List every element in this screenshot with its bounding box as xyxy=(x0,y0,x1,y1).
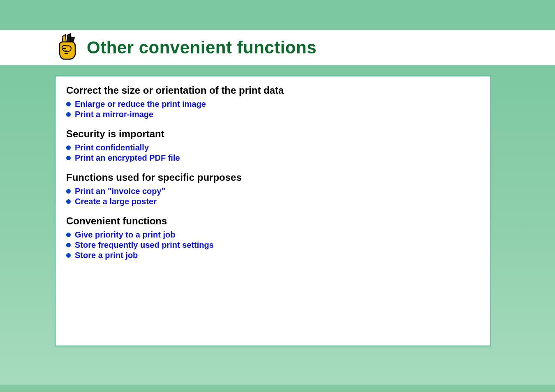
bullet-icon xyxy=(66,253,71,258)
bullet-icon xyxy=(66,199,71,204)
section-heading: Security is important xyxy=(66,128,480,140)
link-item: Print an "invoice copy" xyxy=(66,187,480,196)
link-priority-print-job[interactable]: Give priority to a print job xyxy=(75,230,175,240)
bullet-icon xyxy=(66,189,71,194)
bullet-icon xyxy=(66,145,71,150)
bullet-icon xyxy=(66,102,71,106)
link-item: Store a print job xyxy=(66,251,480,260)
link-item: Give priority to a print job xyxy=(66,230,480,240)
section-size-orientation: Correct the size or orientation of the p… xyxy=(66,85,480,119)
section-heading: Correct the size or orientation of the p… xyxy=(66,85,480,96)
bullet-icon xyxy=(66,156,71,160)
link-enlarge-reduce[interactable]: Enlarge or reduce the print image xyxy=(75,99,206,109)
link-item: Print an encrypted PDF file xyxy=(66,153,480,163)
link-invoice-copy[interactable]: Print an "invoice copy" xyxy=(75,187,165,196)
link-large-poster[interactable]: Create a large poster xyxy=(75,197,157,206)
title-bar: Other convenient functions xyxy=(0,30,555,65)
link-item: Print confidentially xyxy=(66,143,480,152)
link-store-print-job[interactable]: Store a print job xyxy=(75,251,138,260)
link-print-confidentially[interactable]: Print confidentially xyxy=(75,143,149,152)
section-heading: Functions used for specific purposes xyxy=(66,172,480,183)
content-box: Correct the size or orientation of the p… xyxy=(55,76,491,346)
link-encrypted-pdf[interactable]: Print an encrypted PDF file xyxy=(75,153,180,163)
section-convenient-functions: Convenient functions Give priority to a … xyxy=(66,215,480,260)
page-title: Other convenient functions xyxy=(87,38,317,58)
link-mirror-image[interactable]: Print a mirror-image xyxy=(75,110,153,119)
link-item: Store frequently used print settings xyxy=(66,240,480,250)
bullet-icon xyxy=(66,243,71,247)
section-heading: Convenient functions xyxy=(66,215,480,227)
bullet-icon xyxy=(66,112,71,117)
link-item: Create a large poster xyxy=(66,197,480,206)
link-store-settings[interactable]: Store frequently used print settings xyxy=(75,240,214,250)
section-specific-purposes: Functions used for specific purposes Pri… xyxy=(66,172,480,206)
bottom-strip xyxy=(0,385,555,392)
link-item: Print a mirror-image xyxy=(66,110,480,119)
bullet-icon xyxy=(66,233,71,237)
link-item: Enlarge or reduce the print image xyxy=(66,99,480,109)
section-security: Security is important Print confidential… xyxy=(66,128,480,163)
victory-hand-icon xyxy=(55,33,79,62)
